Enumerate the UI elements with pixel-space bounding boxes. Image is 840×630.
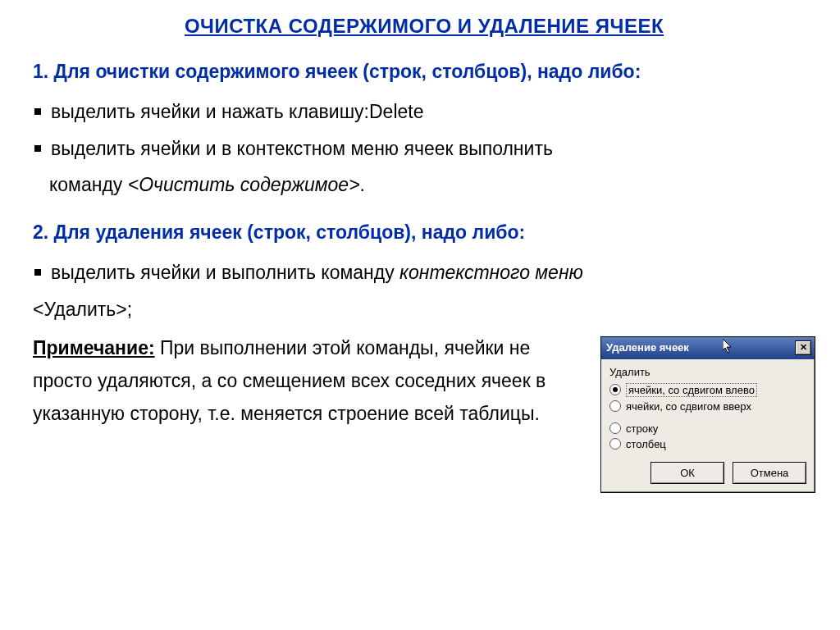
section-1-heading: 1. Для очистки содержимого ячеек (строк,… [33,54,815,90]
page-title: ОЧИСТКА СОДЕРЖИМОГО И УДАЛЕНИЕ ЯЧЕЕК [33,15,815,38]
dialog-title-text: Удаление ячеек [606,341,689,354]
note-text-block: Примечание: При выполнении этой команды,… [33,331,589,431]
list-item-text: выделить ячейки и нажать клавишу:Delete [51,101,424,122]
list-item-text: выделить ячейки и в контекстном меню яче… [51,138,553,159]
note-row: Примечание: При выполнении этой команды,… [33,331,815,493]
button-label: Отмена [751,467,789,479]
close-icon: ✕ [800,343,807,352]
dialog-button-row: ОК Отмена [609,462,806,484]
command-line-2: <Удалить>; [33,291,815,328]
command-line: команду <Очистить содержимое>. [33,167,815,203]
dialog-body: Удалить ячейки, со сдвигом влево ячейки,… [601,359,815,492]
radio-option-shift-left[interactable]: ячейки, со сдвигом влево [609,381,806,399]
section-2-list: выделить ячейки и выполнить команду конт… [33,254,815,291]
list-item: выделить ячейки и в контекстном меню яче… [33,130,815,167]
dialog-titlebar[interactable]: Удаление ячеек ✕ [601,337,815,359]
dialog-group-label: Удалить [609,366,806,378]
cancel-button[interactable]: Отмена [733,462,806,484]
radio-label: строку [626,422,658,435]
context-menu-italic: контекстного меню [399,262,583,283]
radio-icon [609,400,621,412]
list-item: выделить ячейки и нажать клавишу:Delete [33,94,815,130]
radio-icon [609,438,621,450]
radio-label: ячейки, со сдвигом вверх [626,400,751,413]
ok-button[interactable]: ОК [651,462,724,484]
text: команду [49,174,128,195]
radio-label: столбец [626,438,666,450]
radio-icon [609,384,621,395]
close-button[interactable]: ✕ [795,340,811,355]
radio-icon [609,422,621,434]
radio-option-shift-up[interactable]: ячейки, со сдвигом вверх [609,399,806,414]
section-2-heading: 2. Для удаления ячеек (строк, столбцов),… [33,215,815,251]
radio-option-column[interactable]: столбец [609,436,806,452]
command-italic: <Очистить содержимое> [128,174,360,195]
radio-option-row[interactable]: строку [609,421,806,436]
list-item-text: выделить ячейки и выполнить команду [51,262,399,283]
delete-cells-dialog: Удаление ячеек ✕ Удалить ячейки, со сдви… [600,336,815,493]
text: . [360,174,365,195]
button-label: ОК [680,467,695,479]
note-label: Примечание: [33,337,155,358]
radio-label: ячейки, со сдвигом влево [626,383,757,397]
section-1-list: выделить ячейки и нажать клавишу:Delete … [33,94,815,167]
slide-page: ОЧИСТКА СОДЕРЖИМОГО И УДАЛЕНИЕ ЯЧЕЕК 1. … [0,0,840,630]
list-item: выделить ячейки и выполнить команду конт… [33,254,815,291]
